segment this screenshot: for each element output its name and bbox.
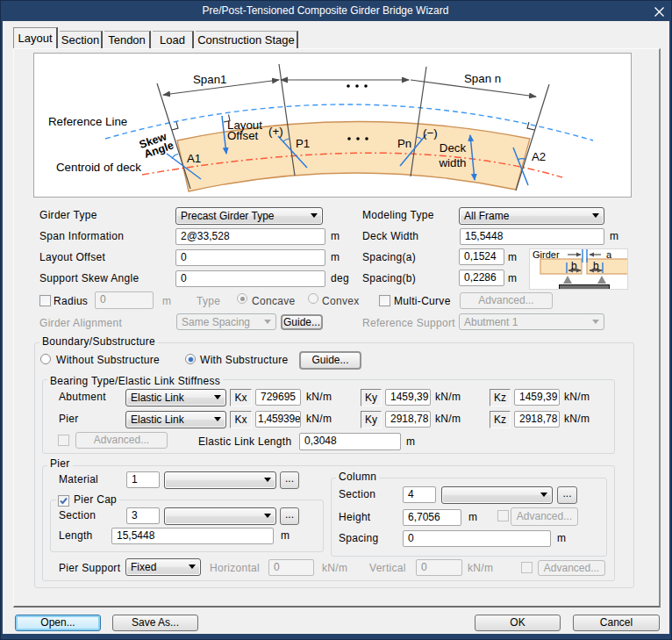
svg-text:Deck: Deck [440,141,467,155]
svg-text:Pn: Pn [397,137,411,150]
svg-text:width: width [438,156,466,169]
svg-text:Centroid of deck: Centroid of deck [56,161,141,174]
svg-text:Reference Line: Reference Line [48,115,127,128]
svg-text:(−): (−) [423,126,438,140]
svg-text:Span n: Span n [464,72,501,85]
svg-text:(+): (+) [268,125,283,138]
svg-text:a: a [606,249,612,260]
svg-text:b: b [593,260,599,272]
svg-text:A2: A2 [532,150,546,163]
svg-text:Girder: Girder [533,249,560,260]
svg-text:P1: P1 [296,137,310,150]
svg-text:b: b [571,260,577,272]
svg-text:A1: A1 [187,152,201,165]
svg-text:Span1: Span1 [193,73,226,86]
svg-text:Offset: Offset [227,129,259,142]
